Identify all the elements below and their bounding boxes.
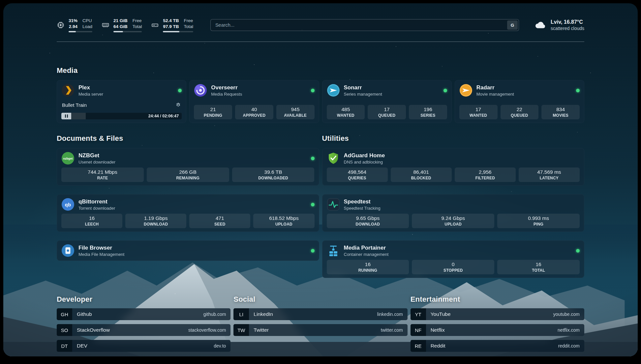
stat-box: 485 WANTED [327, 105, 365, 119]
stat-value: 498,564 [348, 169, 366, 175]
bookmark-url: dev.to [214, 343, 226, 349]
app-card-speedtest[interactable]: Speedtest Speedtest Tracking 9.65 Gbps D… [322, 194, 585, 232]
card-header: nzbget NZBGet Usenet downloader [61, 152, 315, 165]
bookmark-youtube[interactable]: YT YouTube youtube.com [411, 308, 584, 320]
stat-label: RATE [97, 176, 108, 180]
app-name: Sonarr [344, 84, 382, 91]
stats-row: 17 WANTED 22 QUEUED 834 MOVIES [459, 105, 580, 119]
app-card-filebrowser[interactable]: File Browser Media File Management [57, 240, 319, 261]
section-title-media: Media [57, 66, 584, 75]
stat-value: 0 [452, 261, 455, 267]
weather-location: Lviv, 16.87°C [551, 19, 584, 25]
column-documents-files: Documents & Files nzbget NZBGet Usenet d… [57, 134, 319, 261]
status-dot [311, 249, 315, 253]
bookmark-abbr: LI [233, 308, 249, 320]
bookmark-dev[interactable]: DT DEV dev.to [57, 340, 230, 352]
bookmark-url: reddit.com [558, 343, 580, 349]
weather-condition: scattered clouds [551, 26, 584, 31]
app-card-plex[interactable]: Plex Media server Bullet Train [57, 80, 186, 123]
stat-value: 485 [341, 106, 350, 112]
app-card-adguard[interactable]: AdGuard Home DNS and adblocking 498,564 … [322, 148, 585, 186]
weather-widget: Lviv, 16.87°C scattered clouds [534, 19, 584, 31]
stat-label: LATENCY [540, 176, 559, 180]
app-subtitle: Series management [344, 92, 382, 97]
stat-value: 86,401 [413, 169, 429, 175]
cloud-icon [534, 20, 547, 30]
adguard-icon [327, 152, 340, 165]
stat-box: 9.24 Gbps UPLOAD [412, 214, 494, 228]
card-header: Radarr Movie management [459, 84, 580, 97]
bookmark-abbr: GH [57, 308, 72, 320]
app-card-portainer[interactable]: Media Portainer Container management 16 … [322, 240, 585, 278]
stat-box: 834 MOVIES [541, 105, 580, 119]
memory-widget: 21 GiB 64 GiB Free Total [102, 18, 142, 33]
app-subtitle: Media Requests [211, 92, 242, 97]
disk-icon [151, 21, 159, 29]
portainer-icon [327, 244, 340, 257]
section-title-documents: Documents & Files [57, 134, 319, 143]
app-card-sonarr[interactable]: Sonarr Series management 485 WANTED 17 Q… [322, 80, 452, 123]
app-card-overseerr[interactable]: Overseerr Media Requests 21 PENDING 40 A… [189, 80, 319, 123]
app-card-nzbget[interactable]: nzbget NZBGet Usenet downloader 744.21 M… [57, 148, 319, 186]
overseerr-icon [194, 84, 207, 97]
stat-label: LEECH [85, 222, 99, 227]
bookmark-list: GH Github github.com SO StackOverflow st… [57, 308, 230, 352]
app-card-radarr[interactable]: Radarr Movie management 17 WANTED 22 QUE… [455, 80, 584, 123]
stat-value: 17 [475, 106, 481, 112]
stat-label: QUERIES [348, 176, 366, 180]
bookmark-twitter[interactable]: TW Twitter twitter.com [233, 324, 407, 336]
bookmark-url: linkedin.com [377, 312, 403, 317]
playback-progress-bar[interactable]: 24:44 / 02:06:47 [61, 113, 182, 119]
app-card-qbittorrent[interactable]: qb qBittorrent Torrent downloader 16 LEE… [57, 194, 319, 232]
bookmark-name: Twitter [254, 327, 269, 333]
app-subtitle: DNS and adblocking [344, 160, 385, 165]
stat-box: 17 QUEUED [368, 105, 406, 119]
bookmark-name: DEV [77, 343, 87, 349]
playback-elapsed-fill [71, 113, 86, 119]
stat-value: 16 [535, 261, 541, 267]
bookmark-github[interactable]: GH Github github.com [57, 308, 230, 320]
bookmark-abbr: YT [411, 308, 426, 320]
disk-widget: 52.4 TB 97.9 TB Free Total [151, 18, 193, 33]
svg-text:nzbget: nzbget [63, 157, 73, 160]
bookmark-stackoverflow[interactable]: SO StackOverflow stackoverflow.com [57, 324, 230, 336]
bookmark-netflix[interactable]: NF Netflix netflix.com [411, 324, 584, 336]
stat-label: RUNNING [358, 268, 377, 273]
bookmark-abbr: DT [57, 340, 72, 352]
app-titles: Overseerr Media Requests [211, 84, 242, 97]
disk-label-bottom: Total [184, 24, 193, 30]
status-dot [311, 89, 315, 92]
top-bar: 31% 2.94 CPU Load [57, 16, 584, 34]
settings-gear-icon[interactable] [175, 102, 181, 108]
cpu-chip-icon [57, 21, 65, 29]
app-subtitle: Usenet downloader [78, 160, 115, 165]
app-subtitle: Torrent downloader [78, 206, 115, 211]
stat-value: 39.6 TB [264, 169, 282, 175]
status-dot [576, 249, 580, 253]
bookmark-list: YT YouTube youtube.com NF Netflix netfli… [411, 308, 584, 352]
card-header: Sonarr Series management [327, 84, 447, 97]
stat-value: 17 [384, 106, 390, 112]
bookmark-reddit[interactable]: RE Reddit reddit.com [411, 340, 584, 352]
app-name: File Browser [78, 245, 124, 251]
stat-label: TOTAL [532, 268, 545, 273]
stat-value: 2,956 [479, 169, 492, 175]
stat-value: 266 GB [179, 169, 197, 175]
stat-box: 618.52 Mbps UPLOAD [253, 214, 314, 228]
search-engine-badge[interactable]: G [507, 20, 518, 30]
bookmark-name: YouTube [431, 311, 451, 317]
pause-icon[interactable] [61, 113, 71, 119]
app-titles: Plex Media server [78, 84, 103, 97]
app-name: Media Portainer [344, 245, 389, 251]
cpu-percent: 31% [69, 18, 77, 24]
cpu-load-value: 2.94 [69, 24, 77, 30]
stat-box: 16 TOTAL [497, 260, 580, 274]
bookmark-abbr: SO [57, 324, 72, 336]
bookmark-linkedin[interactable]: LI LinkedIn linkedin.com [233, 308, 407, 320]
bookmark-group-developer: Developer GH Github github.com SO StackO… [57, 295, 230, 352]
cpu-label-top: CPU [82, 18, 92, 24]
card-header: AdGuard Home DNS and adblocking [327, 152, 580, 165]
search-input[interactable] [210, 19, 519, 31]
speedtest-icon [327, 198, 340, 211]
memory-label-bottom: Total [133, 24, 142, 30]
